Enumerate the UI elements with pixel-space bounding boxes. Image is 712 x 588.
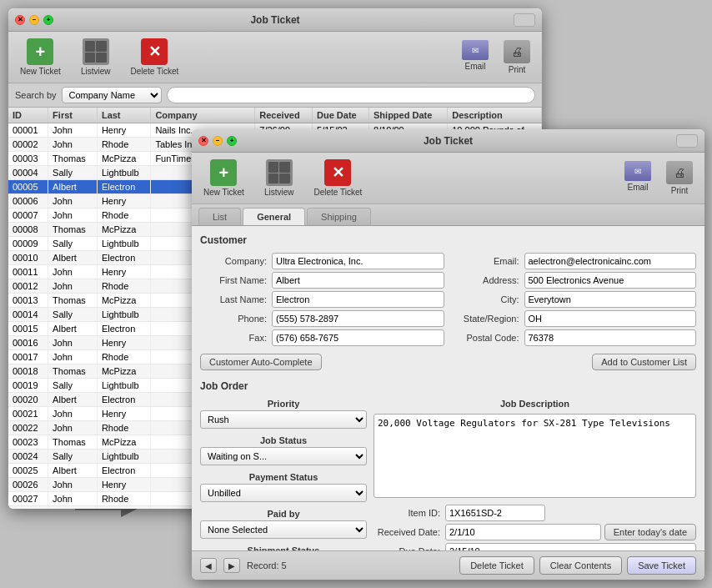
firstname-input[interactable] [272,272,444,289]
postal-input[interactable] [524,329,697,346]
print-icon: 🖨 [504,40,530,63]
fax-row: Fax: [200,329,444,346]
table-cell: 00025 [8,464,48,478]
table-header-row: ID First Last Company Received Due Date … [8,108,542,123]
print-button-2[interactable]: 🖨 Print [663,159,696,197]
minimize-button-2[interactable]: − [213,136,223,146]
table-cell: Albert [48,251,98,265]
phone-input[interactable] [272,310,444,327]
delete-ticket-button[interactable]: ✕ Delete Ticket [127,37,182,78]
detail-window-title: Job Ticket [424,135,473,147]
search-input[interactable] [167,87,535,103]
fax-input[interactable] [272,329,444,346]
company-input[interactable] [272,253,444,269]
listview-button-2[interactable]: Listview [261,158,298,199]
table-cell: Lightbulb [97,166,150,180]
job-status-row: Waiting on S... [200,447,367,465]
minimize-button[interactable]: − [29,15,39,25]
table-cell: McPizza [97,435,150,450]
fax-label: Fax: [200,333,267,343]
item-id-label: Item ID: [374,508,440,518]
paid-by-select[interactable]: None Selected [200,520,367,539]
titlebar-list: ✕ − + Job Ticket [8,8,542,32]
lastname-label: Last Name: [200,294,267,304]
tab-shipping[interactable]: Shipping [307,208,371,225]
table-cell: Electron [97,251,150,265]
email-input[interactable] [524,253,697,269]
item-id-input[interactable] [445,505,545,521]
maximize-button-2[interactable]: + [227,136,237,146]
listview-button[interactable]: Listview [78,37,114,78]
print-button[interactable]: 🖨 Print [500,38,534,76]
job-description-label: Job Description [374,399,696,409]
table-cell: 00001 [8,123,48,138]
listview-icon [83,38,109,65]
job-description-textarea[interactable]: 20,000 Voltage Regulators for SX-281 Typ… [374,414,696,498]
table-cell: Rhode [97,279,150,294]
table-cell: Thomas [48,294,98,308]
prev-button[interactable]: ◀ [200,558,217,573]
payment-status-select[interactable]: Unbilled [200,484,367,502]
new-ticket-icon-2: + [210,159,237,186]
bottom-buttons: Delete Ticket Clear Contents Save Ticket [459,556,696,575]
tab-general[interactable]: General [243,208,305,225]
clear-contents-button[interactable]: Clear Contents [539,556,622,575]
table-cell: Lightbulb [97,308,150,322]
titlebar-detail: ✕ − + Job Ticket [192,129,704,153]
delete-ticket-bottom-button[interactable]: Delete Ticket [459,556,534,575]
table-cell: John [48,492,98,506]
next-button[interactable]: ▶ [223,558,240,573]
received-today-button[interactable]: Enter today's date [604,524,696,540]
address-input[interactable] [524,272,697,289]
table-cell: 00023 [8,435,48,450]
city-input[interactable] [524,291,697,308]
table-cell: 00016 [8,336,48,350]
table-cell: 00008 [8,223,48,237]
table-cell: Albert [48,180,98,194]
print-icon-2: 🖨 [666,161,693,184]
customer-right: Email: Address: City: State/Region: [453,253,697,349]
due-date-input[interactable] [445,543,696,550]
city-row: City: [453,291,697,308]
searchbar: Search by Company Name [8,83,542,108]
state-input[interactable] [524,310,697,327]
table-cell: John [48,350,98,364]
new-ticket-button[interactable]: + New Ticket [17,37,64,78]
job-status-select[interactable]: Waiting on S... [200,447,367,465]
col-id: ID [8,108,48,123]
received-date-input[interactable] [445,524,601,540]
priority-select[interactable]: Rush [200,410,367,429]
search-select[interactable]: Company Name [62,87,162,103]
close-button-2[interactable]: ✕ [198,136,208,146]
lastname-input[interactable] [272,291,444,308]
table-cell: Thomas [48,506,98,510]
new-ticket-button-2[interactable]: + New Ticket [200,158,248,199]
customer-left: Company: First Name: Last Name: Phone: [200,253,444,349]
table-cell: 00028 [8,506,48,510]
toolbar-detail: + New Ticket Listview ✕ Delete Ticket ✉ … [192,153,704,204]
phone-label: Phone: [200,314,267,324]
tab-list[interactable]: List [198,208,241,225]
company-label: Company: [200,256,267,266]
toolbar-right-2: ✉ Email 🖨 Print [621,159,696,197]
autocomplete-button[interactable]: Customer Auto-Complete [200,354,322,370]
tabbar: List General Shipping [192,204,704,226]
table-cell: Lightbulb [97,237,150,251]
delete-ticket-button-2[interactable]: ✕ Delete Ticket [310,158,365,199]
table-cell: 00014 [8,308,48,322]
postal-label: Postal Code: [453,333,519,343]
maximize-button[interactable]: + [43,15,53,25]
table-cell: Albert [48,393,98,407]
email-button-2[interactable]: ✉ Email [621,159,654,197]
lastname-row: Last Name: [200,291,444,308]
save-ticket-button[interactable]: Save Ticket [627,556,696,575]
add-customer-button[interactable]: Add to Customer List [592,354,696,370]
table-cell: Henry [97,123,150,138]
table-cell: John [48,123,98,138]
email-button[interactable]: ✉ Email [459,38,492,76]
col-last: Last [97,108,150,123]
close-button[interactable]: ✕ [15,15,25,25]
table-cell: Albert [48,322,98,336]
table-cell: John [48,478,98,492]
customer-form: Company: First Name: Last Name: Phone: [200,253,696,349]
